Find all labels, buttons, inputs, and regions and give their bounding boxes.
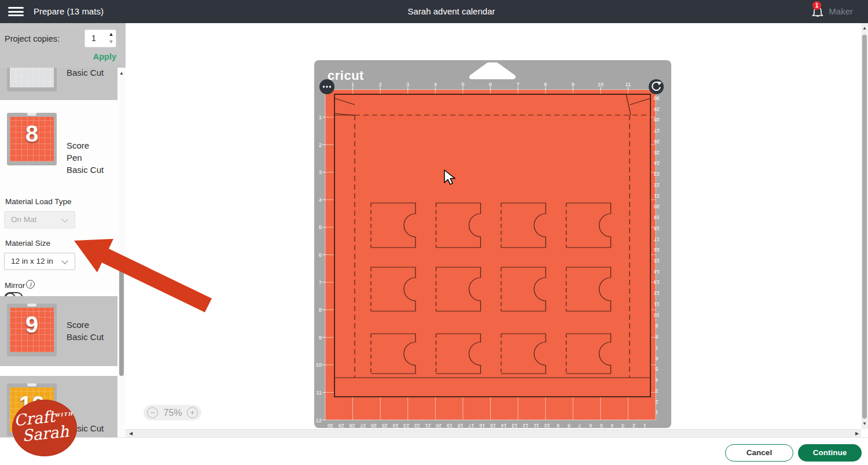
svg-text:6: 6 bbox=[589, 423, 592, 428]
svg-text:3: 3 bbox=[621, 423, 624, 428]
svg-text:6: 6 bbox=[489, 81, 492, 87]
svg-text:1: 1 bbox=[319, 114, 322, 120]
svg-text:4: 4 bbox=[434, 81, 437, 87]
mat-thumbnail[interactable]: 8 bbox=[7, 113, 57, 165]
svg-text:8: 8 bbox=[568, 423, 571, 428]
material-load-type-dropdown[interactable]: On Mat bbox=[4, 211, 75, 228]
svg-text:17: 17 bbox=[654, 237, 660, 242]
svg-text:1: 1 bbox=[351, 81, 354, 87]
svg-text:1: 1 bbox=[643, 423, 646, 428]
svg-text:16: 16 bbox=[479, 423, 485, 428]
zoom-out-icon[interactable]: − bbox=[147, 407, 158, 418]
svg-text:26: 26 bbox=[654, 139, 660, 145]
scrollbar-thumb[interactable] bbox=[862, 35, 867, 419]
svg-text:9: 9 bbox=[572, 81, 575, 87]
svg-text:2: 2 bbox=[632, 423, 635, 428]
mat-list-item-9[interactable]: 9 Score Basic Cut bbox=[0, 296, 117, 366]
scrollbar-thumb[interactable] bbox=[119, 257, 124, 376]
svg-text:15: 15 bbox=[490, 423, 496, 428]
svg-text:22: 22 bbox=[414, 423, 420, 428]
svg-text:6: 6 bbox=[319, 252, 322, 258]
svg-text:28: 28 bbox=[654, 117, 660, 123]
rotate-mat-button[interactable] bbox=[649, 79, 664, 94]
svg-text:3: 3 bbox=[655, 388, 658, 394]
svg-text:7: 7 bbox=[516, 81, 519, 87]
svg-text:5: 5 bbox=[600, 423, 603, 428]
canvas-vertical-scrollbar[interactable]: ▲ ▼ bbox=[861, 23, 868, 429]
cancel-button[interactable]: Cancel bbox=[725, 444, 793, 462]
svg-text:18: 18 bbox=[654, 226, 660, 231]
scroll-left-icon[interactable]: ◀ bbox=[127, 431, 135, 436]
svg-text:14: 14 bbox=[501, 423, 507, 428]
scroll-up-icon[interactable]: ▲ bbox=[860, 25, 868, 31]
svg-text:29: 29 bbox=[339, 423, 344, 428]
svg-text:24: 24 bbox=[654, 160, 660, 166]
svg-text:2: 2 bbox=[319, 142, 322, 148]
svg-text:13: 13 bbox=[654, 279, 660, 285]
mat-operations: Score Basic Cut bbox=[67, 319, 104, 343]
svg-text:23: 23 bbox=[403, 423, 409, 428]
svg-text:27: 27 bbox=[654, 128, 660, 134]
svg-text:20: 20 bbox=[654, 204, 660, 209]
scroll-up-icon[interactable]: ▲ bbox=[117, 71, 126, 76]
mat-operations: Score Pen Basic Cut bbox=[67, 139, 104, 176]
svg-text:4: 4 bbox=[319, 197, 322, 203]
svg-text:2: 2 bbox=[379, 81, 382, 87]
mirror-label: Mirror bbox=[5, 281, 25, 290]
mat-options-button[interactable] bbox=[319, 79, 334, 94]
svg-text:30: 30 bbox=[328, 423, 333, 428]
project-copies-value[interactable]: 1 bbox=[91, 29, 103, 47]
svg-text:29: 29 bbox=[654, 106, 660, 112]
mat-number: 9 bbox=[7, 312, 57, 338]
info-icon[interactable]: i bbox=[26, 280, 35, 289]
svg-text:9: 9 bbox=[319, 334, 322, 341]
svg-text:12: 12 bbox=[654, 290, 660, 296]
machine-name[interactable]: Maker bbox=[829, 0, 853, 23]
cutting-mat[interactable]: cricut bbox=[314, 60, 671, 428]
chevron-down-icon bbox=[61, 216, 68, 222]
copies-increment-button[interactable]: ▲ bbox=[108, 31, 115, 38]
svg-text:19: 19 bbox=[654, 215, 660, 220]
mat-list-item-selected[interactable]: 8 Score Pen Basic Cut Material Load Type… bbox=[0, 100, 117, 292]
mat-list-item-partial[interactable]: Basic Cut bbox=[0, 68, 117, 100]
svg-text:16: 16 bbox=[654, 247, 660, 253]
mat-sidebar: Project copies: 1 ▲ ▼ Apply Basic Cut 8 bbox=[0, 23, 126, 438]
material-size-dropdown[interactable]: 12 in x 12 in bbox=[4, 253, 75, 270]
svg-text:11: 11 bbox=[534, 423, 539, 428]
svg-text:5: 5 bbox=[655, 366, 658, 372]
svg-text:8: 8 bbox=[544, 81, 547, 87]
notification-count-badge[interactable]: 1 bbox=[812, 1, 821, 10]
mat-thumbnail bbox=[7, 68, 57, 91]
svg-text:4: 4 bbox=[611, 423, 614, 428]
svg-text:24: 24 bbox=[392, 423, 398, 428]
mat-thumbnail[interactable]: 9 bbox=[7, 304, 57, 356]
sidebar-scrollbar[interactable]: ▲ ▼ bbox=[117, 68, 126, 462]
svg-text:8: 8 bbox=[655, 334, 658, 339]
design-template[interactable] bbox=[334, 94, 650, 397]
svg-text:10: 10 bbox=[598, 81, 604, 87]
scroll-down-icon[interactable]: ▼ bbox=[860, 421, 868, 426]
svg-text:22: 22 bbox=[654, 182, 660, 188]
svg-text:25: 25 bbox=[382, 423, 388, 428]
copies-decrement-button[interactable]: ▼ bbox=[108, 38, 115, 45]
zoom-level: 75% bbox=[159, 405, 186, 420]
apply-button[interactable]: Apply bbox=[0, 52, 116, 61]
svg-text:11: 11 bbox=[654, 301, 659, 307]
top-bar: Prepare (13 mats) Sarah advent calendar … bbox=[0, 0, 868, 23]
svg-text:23: 23 bbox=[654, 171, 660, 177]
svg-text:6: 6 bbox=[655, 356, 658, 361]
svg-text:15: 15 bbox=[654, 258, 660, 264]
svg-text:12: 12 bbox=[523, 423, 528, 428]
app-window: Prepare (13 mats) Sarah advent calendar … bbox=[0, 0, 868, 465]
scroll-right-icon[interactable]: ▶ bbox=[853, 431, 861, 436]
continue-button[interactable]: Continue bbox=[798, 444, 862, 462]
svg-text:10: 10 bbox=[315, 361, 322, 368]
zoom-in-icon[interactable]: + bbox=[187, 407, 198, 418]
svg-text:4: 4 bbox=[655, 377, 658, 383]
svg-text:21: 21 bbox=[425, 423, 431, 428]
svg-text:30: 30 bbox=[654, 95, 660, 101]
canvas-horizontal-scrollbar[interactable]: ◀ ▶ bbox=[126, 429, 861, 437]
svg-text:5: 5 bbox=[319, 224, 322, 230]
mat-preview-canvas: cricut bbox=[126, 23, 861, 429]
svg-text:10: 10 bbox=[545, 423, 550, 428]
